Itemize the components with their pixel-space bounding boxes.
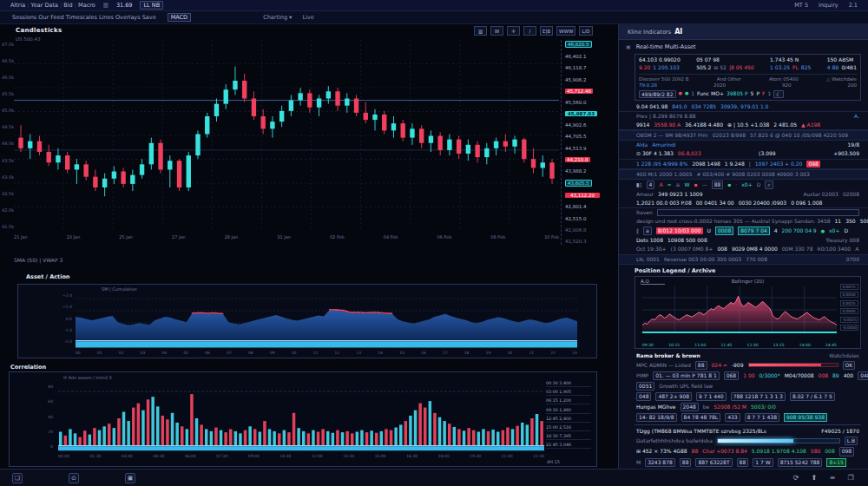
- notes-icon[interactable]: ❏: [12, 473, 23, 483]
- chart-tool-button[interactable]: WWW: [556, 26, 575, 36]
- value-chip[interactable]: 788 1218 7 1 3 1 3: [731, 392, 786, 401]
- value-chip[interactable]: 8/012 10/03 000: [656, 227, 703, 234]
- menu1-right-item[interactable]: Inquiry: [819, 2, 838, 9]
- input-box[interactable]: [657, 209, 859, 216]
- price-level-badge[interactable]: 45,087.03: [565, 111, 597, 116]
- menu-icon[interactable]: ≡: [827, 473, 838, 483]
- value-chip[interactable]: OK: [843, 361, 856, 370]
- value-chip[interactable]: 88: [695, 361, 707, 370]
- value-chip[interactable]: 048: [636, 392, 651, 401]
- value-chip[interactable]: 88: [680, 458, 692, 467]
- menu1-items: Altria | Year Data | Bid | Macro: [10, 2, 95, 9]
- row-cell: M04/70008: [785, 372, 814, 379]
- row-cell: Dots 1008: [636, 237, 663, 244]
- value-chip[interactable]: 8+15: [826, 458, 845, 467]
- value-chip[interactable]: 1 7 W: [753, 458, 773, 467]
- menu2-center-item[interactable]: Live: [302, 14, 313, 21]
- value-chip[interactable]: 048: [858, 371, 868, 380]
- row-cell: Revenue 003 00:00 300 0003: [664, 256, 741, 263]
- value-chip[interactable]: 8079 7 04: [738, 227, 770, 235]
- summary-headval: 920: [782, 82, 792, 88]
- value-chip[interactable]: a: [643, 227, 652, 235]
- candlestick-chart[interactable]: [14, 40, 559, 231]
- value-chip[interactable]: 487 2+ 908: [655, 392, 692, 401]
- summary-col: 64.103 0.990209.201 205.103: [639, 56, 681, 70]
- menu2-item[interactable]: Sessions: [12, 14, 38, 21]
- value-chip[interactable]: 908 95/38 938: [784, 413, 827, 422]
- summary-headval: 200: [847, 82, 857, 88]
- value-chip[interactable]: 3243 878: [645, 458, 675, 467]
- value-chip[interactable]: 8.02 7 / 6.1 7 5: [790, 392, 835, 401]
- chart-tool-button[interactable]: /: [523, 26, 536, 36]
- value-chip[interactable]: 01. — 03 mln P 781 8 1: [653, 371, 720, 380]
- value-chip[interactable]: 433: [725, 413, 740, 422]
- value-chip[interactable]: 9 7 1 440: [696, 392, 727, 401]
- layers-icon[interactable]: ❐: [845, 473, 856, 483]
- chart-tool-button[interactable]: ✛: [507, 26, 520, 36]
- mode-badge[interactable]: LL NB: [140, 1, 163, 10]
- area-chart[interactable]: [76, 290, 577, 349]
- value-chip[interactable]: 4: [647, 181, 655, 189]
- summary-chip[interactable]: ☾: [773, 90, 783, 98]
- menu1-item[interactable]: Bid: [62, 2, 75, 9]
- value-chip[interactable]: 2048: [681, 403, 699, 411]
- chart-tool-button[interactable]: L/D: [579, 26, 592, 36]
- row-cell: 580: [811, 448, 820, 455]
- data-row: Hungas MGhve2048be52008 /52 M5003/ 0/0: [619, 402, 868, 412]
- value-chip[interactable]: 84 78 48 78L: [681, 413, 721, 422]
- menu2-item[interactable]: Overlays: [115, 14, 142, 21]
- value-chip[interactable]: L.B: [845, 437, 858, 445]
- panel-gutter-icon[interactable]: ▣: [626, 43, 631, 49]
- value-chip[interactable]: 8715 5242 788: [778, 458, 823, 467]
- upload-icon[interactable]: ⬆: [809, 473, 819, 483]
- value-chip[interactable]: 887 63228T: [695, 458, 732, 467]
- row-cell: 11: [835, 218, 842, 225]
- menu2-item[interactable]: Our Feed: [38, 14, 66, 21]
- value-chip[interactable]: 068: [724, 371, 739, 380]
- price-level-badge[interactable]: 46,820.5: [565, 41, 592, 48]
- refresh-icon[interactable]: ⟳: [791, 473, 801, 483]
- menu2-center-item[interactable]: Charting ▾: [263, 14, 292, 21]
- pink-area-chart[interactable]: [642, 286, 837, 335]
- chart-tool-button[interactable]: ▥: [474, 26, 487, 36]
- session-value: 15:00 2,516: [546, 425, 591, 431]
- value-chip[interactable]: 098: [806, 161, 819, 167]
- price-level-badge[interactable]: 44,210.8: [565, 157, 590, 162]
- y-tick: -0.0025: [840, 317, 858, 323]
- gear-icon[interactable]: ⊙: [69, 473, 79, 483]
- value-chip[interactable]: 88: [712, 181, 724, 189]
- value-chip[interactable]: 098: [839, 447, 854, 456]
- chart-tool-button[interactable]: E|B: [540, 26, 553, 36]
- menu1-right-item[interactable]: 2.1: [849, 2, 858, 9]
- menu1-item[interactable]: Macro: [76, 2, 95, 9]
- menu1-item[interactable]: Year Data: [30, 2, 60, 9]
- value-chip[interactable]: 0051: [636, 382, 654, 391]
- status-bar: ❏⊙▣ ⟳⬆≡❐: [0, 469, 868, 486]
- y-tick: 47.0k: [2, 42, 13, 47]
- y-tick: 43.5k: [2, 158, 13, 163]
- value-chip[interactable]: ⌕: [765, 181, 773, 189]
- menu2-item[interactable]: Timescales: [66, 14, 99, 21]
- price-level-badge[interactable]: 43,605.5: [565, 180, 592, 187]
- summary-chip[interactable]: 499/89/2 82: [639, 90, 676, 98]
- price-level-badge[interactable]: 45,712.48: [565, 89, 593, 94]
- menu1-right-item[interactable]: MT 5: [794, 2, 808, 9]
- value-chip[interactable]: 14- 82 18/9/8: [636, 413, 677, 422]
- value-chip[interactable]: 8 7 7 1 438: [745, 413, 779, 422]
- menu1-item[interactable]: Altria: [10, 2, 27, 9]
- price-level-badge[interactable]: 43,112.20: [565, 193, 600, 198]
- value-chip[interactable]: 0008: [715, 227, 733, 235]
- volume-chart[interactable]: [58, 381, 544, 454]
- window-icon[interactable]: ▣: [125, 473, 135, 483]
- summary-chip[interactable]: 39805 P: [727, 90, 748, 98]
- chart-type-icon[interactable]: ▥: [103, 2, 108, 9]
- menu2-item[interactable]: Save: [142, 14, 156, 21]
- macd-toggle[interactable]: MACD: [168, 13, 191, 22]
- summary-subvalues: 4 8B0/4B1: [827, 64, 857, 70]
- summary-head: Discover 500 2092 B: [639, 76, 688, 82]
- menu2-item[interactable]: Lines: [99, 14, 115, 21]
- x-tick: 08: [248, 351, 253, 355]
- value-chip[interactable]: 88: [737, 458, 749, 467]
- ao-tab[interactable]: A.O: [641, 279, 665, 285]
- chart-tool-button[interactable]: W: [490, 26, 503, 36]
